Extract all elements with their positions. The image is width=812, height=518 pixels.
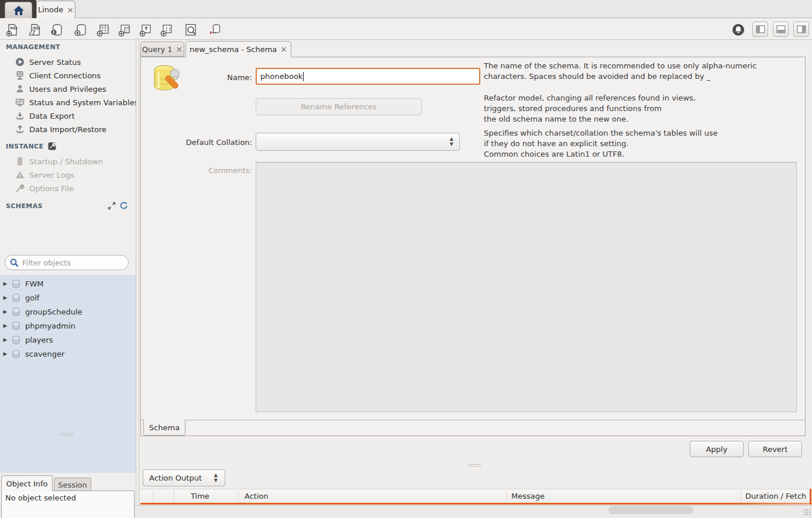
- apply-button[interactable]: Apply: [690, 441, 744, 457]
- inspect-icon[interactable]: [183, 22, 198, 37]
- expand-schemas-icon[interactable]: [108, 202, 116, 212]
- navigator-sidebar: MANAGEMENT Server Status Client Connecti…: [0, 40, 136, 505]
- sidebar-item-startup-shutdown[interactable]: Startup / Shutdown: [15, 155, 136, 168]
- sidebar-item-options-file[interactable]: Options File: [15, 182, 136, 195]
- expander-icon[interactable]: ▶: [0, 337, 11, 343]
- tab-schema-bottom[interactable]: Schema: [143, 420, 185, 436]
- tab-new-schema[interactable]: new_schema - Schema×: [185, 41, 291, 57]
- column-header-time[interactable]: Time: [191, 492, 209, 500]
- sidebar-item-server-status[interactable]: Server Status: [15, 56, 136, 68]
- column-divider[interactable]: [153, 491, 153, 502]
- create-view-icon[interactable]: [117, 22, 132, 37]
- sidebar-item-data-export[interactable]: Data Export: [15, 109, 136, 122]
- output-splitter-handle[interactable]: [468, 464, 481, 467]
- column-divider[interactable]: [741, 491, 741, 502]
- revert-button[interactable]: Revert: [748, 441, 802, 457]
- column-divider[interactable]: [174, 491, 174, 502]
- tab-session[interactable]: Session: [54, 478, 91, 491]
- spinner-arrows-icon[interactable]: ▲▼: [450, 136, 453, 147]
- system-variables-icon: [15, 98, 25, 107]
- schema-icon: [12, 322, 20, 330]
- data-export-icon: [15, 111, 25, 120]
- data-import-icon: [15, 125, 25, 134]
- svg-text:(): (): [165, 26, 171, 32]
- sidebar-main-splitter[interactable]: [136, 40, 139, 505]
- window-resize-grip[interactable]: [804, 509, 811, 516]
- toggle-bottom-panel-icon[interactable]: [773, 22, 789, 37]
- create-schema-icon[interactable]: [73, 22, 88, 37]
- svg-text:SQL: SQL: [33, 26, 40, 30]
- column-header-action[interactable]: Action: [245, 492, 269, 500]
- output-selector-dropdown[interactable]: Action Output ▲▼: [143, 469, 225, 486]
- connection-tab-linode[interactable]: Linode ×: [36, 1, 75, 18]
- rename-references-button[interactable]: Rename References: [256, 98, 422, 115]
- sidebar-item-data-import[interactable]: Data Import/Restore: [15, 123, 136, 136]
- toggle-left-panel-icon[interactable]: [752, 22, 768, 37]
- create-table-icon[interactable]: [95, 22, 111, 37]
- expander-icon[interactable]: ▶: [0, 351, 11, 357]
- schema-icon: [12, 293, 20, 302]
- schema-name-input[interactable]: phonebook: [256, 68, 480, 85]
- collation-dropdown[interactable]: ▲▼: [256, 133, 460, 151]
- client-connections-icon: [15, 71, 25, 80]
- sidebar-splitter-handle[interactable]: [61, 433, 74, 436]
- schema-icon: [12, 279, 20, 288]
- schema-icon: [12, 350, 20, 358]
- name-label: Name:: [170, 73, 252, 82]
- comments-label: Comments:: [170, 166, 252, 175]
- schema-item-golf[interactable]: ▶golf: [0, 291, 136, 305]
- schemas-section-title: SCHEMAS: [6, 202, 43, 210]
- column-divider[interactable]: [238, 491, 239, 502]
- column-header-message[interactable]: Message: [511, 492, 545, 500]
- tab-object-info[interactable]: Object Info: [1, 475, 53, 491]
- schema-item-phpmyadmin[interactable]: ▶phpmyadmin: [0, 319, 136, 333]
- close-icon[interactable]: ×: [280, 44, 287, 54]
- expander-icon[interactable]: ▶: [0, 323, 11, 329]
- instance-wrench-badge-icon: [48, 142, 56, 150]
- connection-tab-label: Linode: [38, 5, 63, 14]
- expander-icon[interactable]: ▶: [0, 281, 11, 286]
- refresh-schemas-icon[interactable]: [119, 201, 128, 212]
- data-sync-icon[interactable]: [207, 22, 222, 37]
- search-icon: [10, 258, 19, 267]
- schema-item-players[interactable]: ▶players: [0, 333, 136, 347]
- create-procedure-icon[interactable]: [138, 22, 153, 37]
- column-header-duration[interactable]: Duration / Fetch: [745, 492, 806, 500]
- notification-bell-icon[interactable]: [731, 22, 746, 37]
- create-function-icon[interactable]: (): [159, 22, 174, 37]
- users-icon: [15, 84, 25, 94]
- toggle-right-panel-icon[interactable]: [793, 22, 809, 37]
- sidebar-item-server-logs[interactable]: Server Logs: [15, 168, 136, 181]
- schema-filter-input[interactable]: [22, 258, 116, 267]
- open-sql-script-icon[interactable]: SQL: [27, 22, 42, 37]
- schema-item-scavenger[interactable]: ▶scavenger: [0, 347, 136, 361]
- schema-editor-panel: Name: phonebook Rename References Defaul…: [140, 57, 806, 436]
- spinner-arrows-icon[interactable]: ▲▼: [214, 472, 218, 483]
- expander-icon[interactable]: ▶: [0, 309, 11, 315]
- column-divider[interactable]: [507, 491, 507, 502]
- bottom-tab-strip-line: [141, 420, 805, 420]
- home-tab[interactable]: [5, 2, 32, 18]
- mysql-workbench-window: Linode × SQL SQL i () MANAGEMENT Server …: [0, 0, 812, 518]
- comments-textarea[interactable]: [256, 162, 797, 412]
- object-info-panel: No object selected: [1, 491, 135, 518]
- schema-icon: [12, 336, 20, 344]
- connection-info-icon[interactable]: i: [49, 22, 64, 37]
- schema-item-fwm[interactable]: ▶FWM: [0, 277, 136, 291]
- collation-help-text: Specifies which charset/collation the sc…: [484, 128, 806, 160]
- sidebar-item-client-connections[interactable]: Client Connections: [15, 69, 136, 82]
- server-tower-icon: [15, 157, 25, 166]
- home-icon: [13, 5, 25, 16]
- connection-tab-strip: Linode ×: [0, 0, 812, 18]
- tab-query-1[interactable]: Query 1×: [140, 42, 184, 57]
- horizontal-scrollbar-thumb[interactable]: [608, 506, 693, 514]
- schema-tree: ▶FWM ▶golf ▶groupSchedule ▶phpmyadmin ▶p…: [0, 275, 136, 473]
- close-icon[interactable]: ×: [67, 5, 74, 15]
- schema-item-groupschedule[interactable]: ▶groupSchedule: [0, 305, 136, 319]
- expander-icon[interactable]: ▶: [0, 295, 11, 301]
- new-sql-tab-icon[interactable]: SQL: [5, 22, 20, 37]
- schema-filter: [5, 255, 129, 270]
- sidebar-item-system-variables[interactable]: Status and System Variables: [15, 96, 136, 109]
- sidebar-item-users-privileges[interactable]: Users and Privileges: [15, 82, 136, 95]
- close-icon[interactable]: ×: [176, 44, 183, 54]
